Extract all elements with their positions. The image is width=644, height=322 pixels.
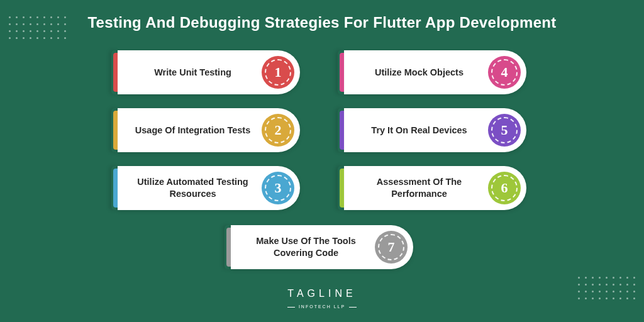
strategy-label: Utilize Automated Testing Resources [118, 176, 262, 200]
strategy-item-1: Write Unit Testing 1 [118, 50, 300, 94]
bottom-row: Make Use Of The Tools Covering Code 7 [0, 225, 644, 269]
strategy-label: Usage Of Integration Tests [118, 125, 262, 136]
strategy-label: Assessment Of The Performance [344, 176, 488, 200]
badge-number-5: 5 [488, 114, 521, 147]
badge-number-3: 3 [262, 172, 294, 204]
badge-number-2: 2 [262, 114, 294, 147]
right-column: Utilize Mock Objects 4 Try It On Real De… [344, 50, 526, 210]
badge-number-6: 6 [488, 172, 521, 204]
strategy-label: Utilize Mock Objects [344, 67, 488, 79]
strategy-label: Try It On Real Devices [344, 125, 488, 136]
badge-number-4: 4 [488, 56, 521, 89]
brand-logo: TAGLINE INFOTECH LLP [0, 288, 644, 311]
strategy-item-5: Try It On Real Devices 5 [344, 108, 526, 152]
strategy-item-3: Utilize Automated Testing Resources 3 [118, 166, 300, 210]
logo-sub-text: INFOTECH LLP [287, 304, 357, 309]
logo-main-text: TAGLINE [0, 288, 644, 299]
strategy-columns: Write Unit Testing 1 Usage Of Integratio… [0, 50, 644, 210]
strategy-item-2: Usage Of Integration Tests 2 [118, 108, 300, 152]
left-column: Write Unit Testing 1 Usage Of Integratio… [118, 50, 300, 210]
badge-number-7: 7 [375, 231, 408, 264]
strategy-label: Write Unit Testing [118, 67, 262, 79]
strategy-label: Make Use Of The Tools Covering Code [231, 235, 375, 259]
strategy-item-7: Make Use Of The Tools Covering Code 7 [231, 225, 413, 269]
page-title: Testing And Debugging Strategies For Flu… [0, 14, 644, 31]
strategy-item-6: Assessment Of The Performance 6 [344, 166, 526, 210]
badge-number-1: 1 [262, 56, 294, 89]
strategy-item-4: Utilize Mock Objects 4 [344, 50, 526, 94]
